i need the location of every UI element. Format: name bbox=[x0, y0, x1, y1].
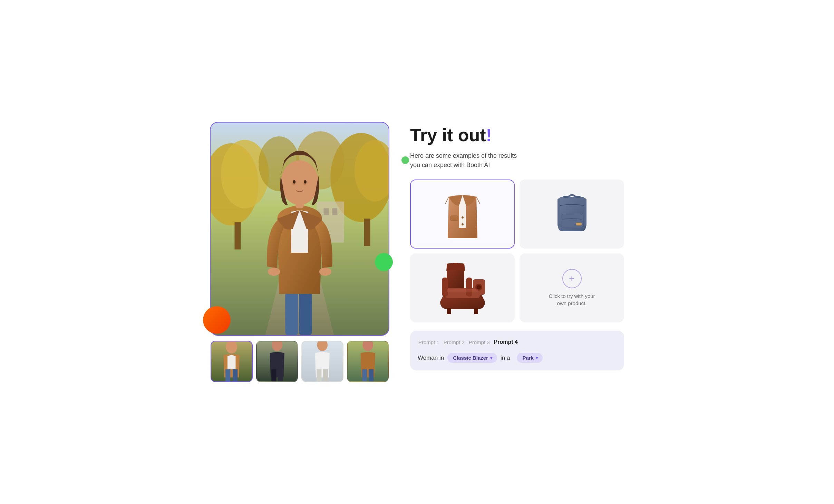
svg-rect-11 bbox=[323, 208, 329, 215]
thumbnail-2[interactable] bbox=[256, 341, 298, 382]
svg-rect-52 bbox=[442, 278, 448, 297]
svg-line-43 bbox=[476, 197, 480, 204]
svg-point-40 bbox=[462, 223, 464, 225]
main-image bbox=[210, 122, 389, 336]
right-panel: Try it out! Here are some examples of th… bbox=[410, 122, 624, 370]
chip1-chevron-icon: ▾ bbox=[490, 356, 492, 360]
svg-rect-6 bbox=[364, 219, 370, 246]
svg-rect-34 bbox=[323, 369, 328, 381]
add-own-label: Click to try with your own product. bbox=[548, 292, 596, 307]
thumbnail-3[interactable] bbox=[301, 341, 343, 382]
recliner-image bbox=[437, 260, 488, 316]
chip1-label: Classic Blazer bbox=[453, 355, 488, 361]
svg-point-24 bbox=[226, 341, 237, 353]
heading-main: Try it out bbox=[410, 125, 486, 145]
dot-green-large bbox=[375, 253, 393, 271]
svg-rect-30 bbox=[278, 369, 283, 381]
svg-rect-59 bbox=[474, 308, 478, 314]
svg-rect-47 bbox=[575, 196, 581, 198]
page-container: Try it out! Here are some examples of th… bbox=[210, 122, 624, 382]
svg-point-22 bbox=[304, 180, 307, 184]
person-illustration bbox=[211, 123, 389, 335]
thumbnail-4[interactable] bbox=[347, 341, 389, 382]
svg-point-15 bbox=[268, 268, 280, 276]
prompt-chip-park[interactable]: Park ▾ bbox=[517, 353, 543, 363]
left-panel bbox=[210, 122, 389, 382]
prompt-tabs: Prompt 1 Prompt 2 Prompt 3 Prompt 4 bbox=[418, 338, 617, 347]
product-card-add-own[interactable]: + Click to try with your own product. bbox=[520, 253, 624, 322]
svg-rect-46 bbox=[563, 196, 569, 198]
prompt-section: Prompt 1 Prompt 2 Prompt 3 Prompt 4 Woma… bbox=[410, 331, 624, 370]
prompt-tab-3[interactable]: Prompt 3 bbox=[468, 338, 491, 347]
svg-rect-3 bbox=[234, 222, 241, 249]
prompt-chip-blazer[interactable]: Classic Blazer ▾ bbox=[447, 353, 497, 363]
chip2-chevron-icon: ▾ bbox=[536, 356, 538, 360]
svg-point-39 bbox=[462, 216, 464, 219]
blazer-image bbox=[440, 186, 485, 242]
thumbnail-1[interactable] bbox=[211, 341, 253, 382]
page-heading: Try it out! bbox=[410, 125, 624, 145]
svg-rect-13 bbox=[285, 291, 298, 335]
svg-rect-57 bbox=[447, 289, 478, 292]
prompt-tab-1[interactable]: Prompt 1 bbox=[418, 338, 440, 347]
svg-rect-26 bbox=[233, 369, 237, 381]
backpack-image bbox=[551, 188, 593, 240]
thumbnails-row bbox=[210, 341, 389, 382]
svg-rect-12 bbox=[332, 208, 337, 215]
prompt-builder: Woman in Classic Blazer ▾ in a Park ▾ bbox=[418, 353, 617, 363]
prompt-prefix: Woman in bbox=[418, 355, 444, 361]
svg-rect-33 bbox=[317, 369, 321, 381]
prompt-middle: in a bbox=[501, 355, 510, 361]
svg-rect-48 bbox=[576, 223, 582, 225]
svg-rect-37 bbox=[362, 369, 367, 381]
product-card-backpack[interactable] bbox=[520, 180, 624, 249]
plus-symbol: + bbox=[569, 273, 574, 284]
product-card-blazer[interactable] bbox=[410, 180, 515, 249]
heading-exclaim: ! bbox=[486, 125, 492, 145]
chip2-label: Park bbox=[522, 355, 534, 361]
subheading-text: Here are some examples of the results yo… bbox=[410, 151, 527, 170]
prompt-tab-4[interactable]: Prompt 4 bbox=[493, 338, 518, 347]
svg-rect-29 bbox=[271, 369, 276, 381]
svg-point-56 bbox=[477, 285, 481, 289]
svg-rect-45 bbox=[561, 214, 583, 228]
svg-rect-14 bbox=[299, 291, 312, 335]
svg-line-42 bbox=[445, 197, 449, 204]
svg-point-18 bbox=[281, 161, 318, 205]
svg-rect-53 bbox=[466, 278, 472, 297]
add-own-icon: + bbox=[562, 269, 582, 288]
product-card-recliner[interactable] bbox=[410, 253, 515, 322]
svg-rect-49 bbox=[557, 198, 560, 226]
dot-green-small bbox=[401, 156, 409, 164]
prompt-tab-2[interactable]: Prompt 2 bbox=[443, 338, 465, 347]
svg-rect-50 bbox=[584, 198, 586, 226]
dot-orange bbox=[203, 306, 231, 334]
svg-point-21 bbox=[293, 180, 295, 184]
product-grid: + Click to try with your own product. bbox=[410, 180, 624, 322]
svg-rect-25 bbox=[225, 369, 230, 381]
svg-point-16 bbox=[319, 268, 332, 276]
svg-rect-38 bbox=[369, 369, 374, 381]
svg-rect-41 bbox=[450, 216, 458, 221]
svg-rect-58 bbox=[447, 308, 451, 314]
